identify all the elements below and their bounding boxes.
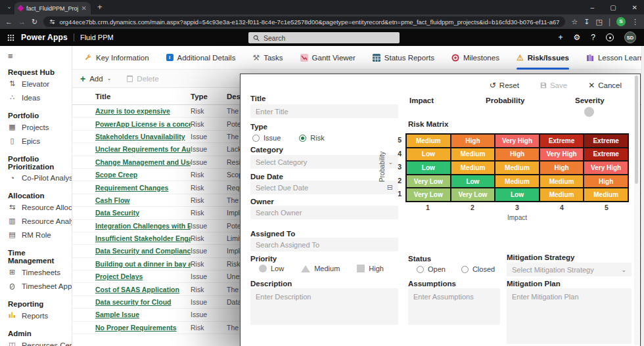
feedback-icon[interactable] [606,33,614,41]
risk-title-link[interactable]: Cash Flow [95,196,191,204]
download-icon[interactable]: ↧ [584,18,589,26]
powerapps-favicon-icon [18,5,24,12]
risk-title-link[interactable]: Data Security and Compliance Risks [95,247,191,255]
sidebar-item-reports[interactable]: Reports [0,309,72,322]
delete-button[interactable]: Delete [127,75,158,83]
bookmark-star-icon[interactable]: ☆ [571,18,578,26]
global-search-input[interactable]: Search [248,32,400,43]
user-avatar[interactable]: SD [624,32,636,43]
sidebar-item-copilot-analysis[interactable]: ◔ Co-Pilot Analysis [0,171,72,184]
close-icon: ✕ [588,81,595,90]
matrix-cell: Low [406,161,451,175]
tab-milestones[interactable]: Milestones [451,46,499,70]
app-name[interactable]: Fluid PPM [80,33,114,41]
tab-search-icon[interactable]: ⌄ [5,3,14,12]
priority-option-medium[interactable]: Medium [301,265,340,272]
assigned-to-input[interactable]: Search Assigned To [250,238,398,251]
due-date-input[interactable]: Select Due Date ⊟ [250,181,398,194]
browser-tab[interactable]: fact_FluidPPM_Projects: FPPM P ✕ [14,2,91,14]
tab-key-information[interactable]: Key Information [84,46,149,70]
tab-status-reports[interactable]: Status Reports [373,46,434,70]
sidebar-item-ideas[interactable]: ∴ Ideas [0,91,72,104]
type-radio-risk[interactable]: Risk [299,134,324,142]
window-minimize-icon[interactable]: – [591,4,595,11]
new-tab-icon[interactable]: + [97,2,103,12]
risk-title-link[interactable]: Stakeholders Unavailability [95,133,191,141]
risk-title-link[interactable]: Data security for Cloud [95,298,191,306]
brand-title[interactable]: Power Apps [21,33,68,42]
priority-option-low[interactable]: Low [259,265,284,272]
status-radio-open[interactable]: Open [417,265,446,273]
back-icon[interactable]: ← [5,18,12,26]
navbar-divider: | [609,17,610,26]
owner-input[interactable]: Search Owner [250,205,398,219]
sidebar-section-time-management: Time Management [8,249,68,265]
scrollbar-thumb[interactable] [635,76,638,184]
sidebar-item-timesheets[interactable]: ⊞ Timesheets [0,265,72,279]
browser-menu-icon[interactable]: ⋮ [632,18,639,26]
address-bar[interactable]: org44ece7bb.crm.dynamics.com/main.aspx?a… [43,16,565,27]
risk-title-link[interactable]: Requirement Changes [95,184,191,192]
description-textarea[interactable]: Enter Description [250,288,398,325]
add-button[interactable]: + Add ⌄ [80,74,111,84]
risk-title-link[interactable]: Building out a dinner in bay area [95,260,191,268]
window-close-icon[interactable]: ✕ [632,4,637,11]
hamburger-icon[interactable]: ≡ [8,51,72,61]
title-input[interactable]: Enter Title [250,104,398,118]
risk-title-link[interactable]: Integration Challenges with Existing Sys… [95,222,191,230]
gear-icon[interactable]: ⚙ [574,33,581,42]
tab-additional-details[interactable]: i Additional Details [166,46,236,70]
cancel-button[interactable]: ✕ Cancel [588,81,622,90]
tab-close-icon[interactable]: ✕ [81,5,87,12]
mitigation-strategy-select[interactable]: Select Mitigation Strategy ⌄ [507,263,632,276]
matrix-cell: Extreme [540,134,584,148]
risk-title-link[interactable]: Insufficient Stakeholder Engagement [95,234,191,242]
sidebar-item-timesheet-approval[interactable]: ✓ Timesheet Approval [0,279,72,293]
risk-title-link[interactable]: Azure is too expensive [95,107,191,115]
status-radio-closed[interactable]: Closed [461,265,495,273]
save-button[interactable]: Save [540,81,567,90]
description-label: Description [250,280,292,288]
matrix-row: Very LowLowMediumMediumHigh [406,175,628,188]
sidebar-item-rm-role[interactable]: ▤ RM Role [0,228,72,242]
assumptions-textarea[interactable]: Enter Assumptions [408,288,500,325]
risk-title-link[interactable]: Project Delays [95,272,191,280]
risk-title-link[interactable]: Unclear Requirements for Automated Workf… [95,145,191,153]
risk-title-link[interactable]: Sample Issue [95,311,191,318]
tab-risk-issues[interactable]: ⚠ Risk/Issues [517,46,569,70]
sidebar-item-resource-analyzer[interactable]: ▥ Resource Analyzer [0,214,72,228]
priority-option-high[interactable]: High [357,265,384,272]
column-header-type[interactable]: Type [191,93,227,100]
page-scrollbar[interactable] [641,46,644,346]
tab-lesson-learned[interactable]: Lesson Learned [586,46,644,70]
tab-tasks[interactable]: ⚒ Tasks [252,46,283,70]
tab-gantt-viewer[interactable]: Gantt Viewer [300,46,356,70]
waffle-icon[interactable] [7,34,14,41]
risk-title-link[interactable]: Scope Creep [95,171,191,179]
extensions-icon[interactable]: ◳ [595,18,602,26]
add-new-icon[interactable]: + [559,33,563,42]
matrix-column-label: 1 [405,204,450,211]
sidebar-item-projects[interactable]: ▦ Projects [0,120,72,134]
type-radio-issue[interactable]: Issue [252,134,281,142]
window-restore-icon[interactable]: ▢ [610,4,616,11]
dialog-scrollbar[interactable] [634,76,639,345]
site-info-icon[interactable] [49,18,55,25]
risk-title-link[interactable]: Change Management and User Adoption Issu… [95,158,191,166]
chrome-profile-avatar[interactable]: S [616,17,626,26]
reset-button[interactable]: ↺ Reset [490,81,519,90]
risk-title-link[interactable]: No Proper Requirements [95,324,191,332]
risk-title-link[interactable]: PowerApp License is a concern [95,120,191,128]
sidebar-item-epics[interactable]: ▯ Epics [0,134,72,148]
sidebar-item-resource-allocation[interactable]: ⇆ Resource Allocation [0,200,72,214]
sidebar-item-resources-center[interactable]: ◫ Resources Center [0,338,72,346]
column-header-title[interactable]: Title [72,93,191,100]
risk-title-link[interactable]: Cost of SAAS Application [95,286,191,293]
help-icon[interactable]: ? [591,33,595,42]
risk-title-link[interactable]: Data Security [95,209,191,217]
sidebar-item-elevator[interactable]: ⇅ Elevator [0,77,72,91]
reload-icon[interactable]: ↻ [32,18,37,26]
forward-icon[interactable]: → [18,18,26,26]
category-select[interactable]: Select Category ⌄ [250,155,398,169]
mitigation-plan-textarea[interactable]: Enter Mitigation Plan [507,288,632,344]
